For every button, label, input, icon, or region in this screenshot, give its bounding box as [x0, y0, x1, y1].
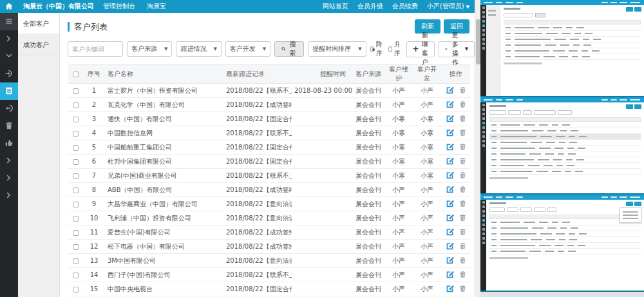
row-checkbox[interactable]	[73, 159, 79, 165]
sort-asc-radio[interactable]: 升序	[388, 40, 402, 58]
nav-member-renew[interactable]: 会员续费	[392, 2, 418, 11]
keyword-input[interactable]	[68, 41, 123, 57]
sidebar-list-item[interactable]	[0, 82, 18, 100]
preview-sub-sidebar	[486, 5, 500, 96]
sort-select[interactable]: 提醒时间排序▼	[308, 41, 366, 57]
preview-thumbnail-1[interactable]	[480, 0, 644, 97]
row-checkbox[interactable]	[73, 187, 79, 193]
nav-taozhanbao[interactable]: 淘展宝	[147, 2, 166, 11]
row-checkbox[interactable]	[73, 131, 79, 137]
sidebar-chevron-down-item[interactable]	[0, 48, 18, 65]
edit-icon[interactable]	[446, 100, 454, 110]
home-button[interactable]	[0, 0, 18, 13]
table-row: 11爱普生(中国)有限公司2018/08/22【成功签约】展会会刊小严小严	[68, 225, 470, 240]
trash-icon[interactable]	[459, 214, 466, 223]
row-checkbox[interactable]	[73, 173, 79, 179]
cell-remind	[292, 98, 352, 112]
preview-thumbnail-2[interactable]	[480, 97, 644, 195]
trash-icon[interactable]	[459, 143, 466, 152]
edit-icon[interactable]	[446, 86, 454, 95]
edit-icon[interactable]	[446, 128, 454, 138]
preview-thumbnail-3[interactable]	[480, 195, 644, 292]
sidebar-chevron-right-item[interactable]	[0, 169, 18, 187]
cell-record: 2018/08/22【固定合作】	[223, 140, 292, 155]
trash-icon[interactable]	[459, 101, 466, 110]
user-menu[interactable]: 小严(管理员)▼	[427, 2, 469, 11]
add-customer-button[interactable]: +新增客户	[406, 41, 435, 57]
sidebar-thumbs-up-item[interactable]	[0, 135, 18, 152]
secondary-sidebar: 全部客户成功客户	[18, 13, 60, 297]
edit-icon[interactable]	[446, 142, 454, 152]
cell-customer-name: 通快（中国）有限公司	[105, 112, 223, 126]
col-header-no: 序号	[83, 65, 105, 84]
edit-icon[interactable]	[446, 227, 454, 237]
edit-icon[interactable]	[446, 157, 454, 166]
trash-icon[interactable]	[459, 271, 466, 280]
cell-source: 展会会刊	[352, 268, 384, 282]
cell-remind: 2018-08-23 00:00	[292, 84, 352, 98]
search-button[interactable]: 搜索	[274, 41, 304, 57]
cell-customer-name: ABB（中国）有限公司	[105, 183, 223, 197]
edit-icon[interactable]	[446, 185, 454, 195]
trash-icon[interactable]	[459, 171, 466, 180]
trash-icon[interactable]	[459, 115, 466, 124]
nav-site-home[interactable]: 网站首页	[323, 2, 348, 11]
edit-icon[interactable]	[446, 199, 454, 209]
cell-record: 2018/08/22【联系不上】	[223, 126, 292, 140]
edit-icon[interactable]	[446, 213, 454, 223]
row-checkbox[interactable]	[73, 230, 79, 236]
more-actions-button[interactable]: 更多操作▼	[439, 41, 475, 57]
nav-console[interactable]: 管理控制台	[103, 2, 135, 11]
nav-member-upgrade[interactable]: 会员升级	[357, 2, 383, 11]
cell-source: 展会会刊	[352, 126, 384, 140]
edit-icon[interactable]	[446, 284, 454, 294]
sidebar-sign-in-item[interactable]	[0, 65, 18, 82]
row-checkbox[interactable]	[73, 287, 79, 292]
edit-icon[interactable]	[446, 256, 454, 265]
edit-icon[interactable]	[446, 114, 454, 124]
row-checkbox[interactable]	[73, 202, 79, 207]
trash-icon[interactable]	[459, 256, 466, 265]
row-checkbox[interactable]	[73, 145, 79, 151]
sidebar-item-success-customers[interactable]: 成功客户	[18, 34, 59, 55]
develop-select[interactable]: 客户开发▼	[225, 41, 270, 57]
edit-icon[interactable]	[446, 242, 454, 251]
source-select[interactable]: 客户来源▼	[127, 41, 172, 57]
trash-icon[interactable]	[459, 86, 466, 95]
sidebar-menu-item[interactable]	[0, 13, 18, 30]
sidebar-item-all-customers[interactable]: 全部客户	[18, 13, 59, 34]
trash-icon[interactable]	[459, 228, 466, 237]
row-checkbox[interactable]	[73, 273, 79, 278]
sidebar-sign-out-item[interactable]	[0, 100, 18, 117]
trash-icon[interactable]	[459, 285, 466, 294]
table-row: 14西门子(中国)有限公司2018/08/22【联系不上】展会会刊小严小严	[68, 268, 470, 282]
followup-select[interactable]: 跟进情况▼	[176, 41, 221, 57]
row-checkbox[interactable]	[73, 258, 79, 264]
sidebar-trash-item[interactable]	[0, 117, 18, 135]
trash-icon[interactable]	[459, 157, 466, 166]
cell-source: 展会会刊	[352, 211, 384, 225]
col-header-remind[interactable]: 提醒时间	[292, 65, 352, 84]
trash-icon[interactable]	[459, 129, 466, 138]
sort-desc-radio[interactable]: 降序	[370, 40, 384, 58]
sidebar-chevron-right-item[interactable]	[0, 30, 18, 48]
edit-icon[interactable]	[446, 270, 454, 280]
sidebar-chevron-right-item[interactable]	[0, 187, 18, 204]
scrollbar-thumb[interactable]	[476, 19, 480, 64]
trash-icon[interactable]	[459, 200, 466, 209]
row-checkbox[interactable]	[73, 216, 79, 222]
row-checkbox[interactable]	[73, 102, 79, 108]
cell-remind	[292, 197, 352, 211]
select-all-checkbox[interactable]	[73, 72, 79, 77]
row-checkbox[interactable]	[73, 244, 79, 250]
cell-remind	[292, 254, 352, 268]
edit-icon[interactable]	[446, 171, 454, 180]
trash-icon[interactable]	[459, 186, 466, 195]
top-nav-left: 管理控制台 淘展宝	[103, 2, 166, 11]
sidebar-chevron-right-item[interactable]	[0, 152, 18, 169]
row-checkbox[interactable]	[73, 117, 79, 122]
table-row: 3通快（中国）有限公司2018/08/22【固定合作】展会会刊小寒小寒	[68, 112, 470, 126]
row-checkbox[interactable]	[73, 88, 79, 94]
main-scrollbar[interactable]	[475, 0, 480, 297]
trash-icon[interactable]	[459, 242, 466, 251]
